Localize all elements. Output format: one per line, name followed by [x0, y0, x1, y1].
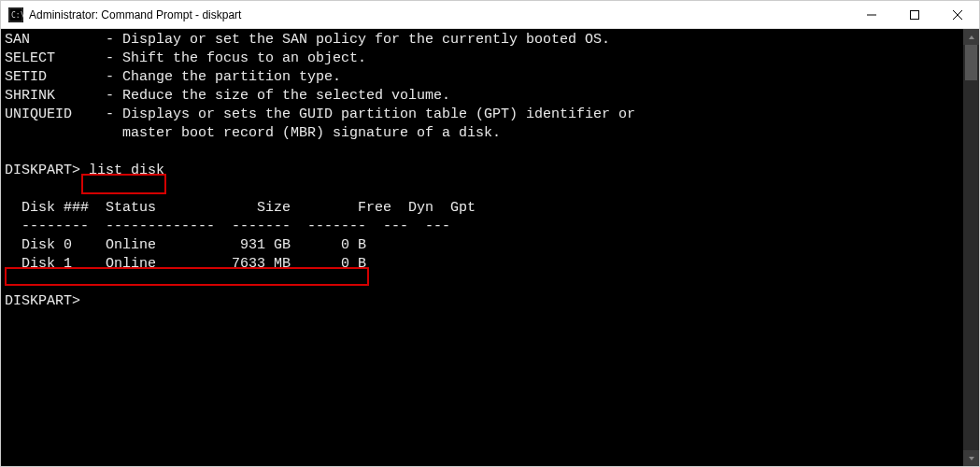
scroll-down-button[interactable] — [963, 450, 979, 466]
command-prompt-window: C:\ Administrator: Command Prompt - disk… — [0, 0, 980, 467]
terminal-output[interactable]: SAN - Display or set the SAN policy for … — [1, 29, 963, 311]
cmd-icon: C:\ — [8, 7, 23, 22]
svg-rect-4 — [911, 10, 919, 19]
maximize-button[interactable] — [893, 1, 936, 28]
scroll-thumb[interactable] — [965, 45, 977, 80]
close-button[interactable] — [936, 1, 979, 28]
scroll-up-button[interactable] — [963, 29, 979, 45]
minimize-button[interactable] — [850, 1, 893, 28]
title-bar: C:\ Administrator: Command Prompt - disk… — [1, 1, 979, 29]
title-bar-controls — [850, 1, 979, 28]
scrollbar[interactable] — [963, 29, 979, 466]
scroll-track[interactable] — [963, 45, 979, 450]
svg-text:C:\: C:\ — [11, 11, 23, 20]
window-title: Administrator: Command Prompt - diskpart — [29, 8, 850, 21]
